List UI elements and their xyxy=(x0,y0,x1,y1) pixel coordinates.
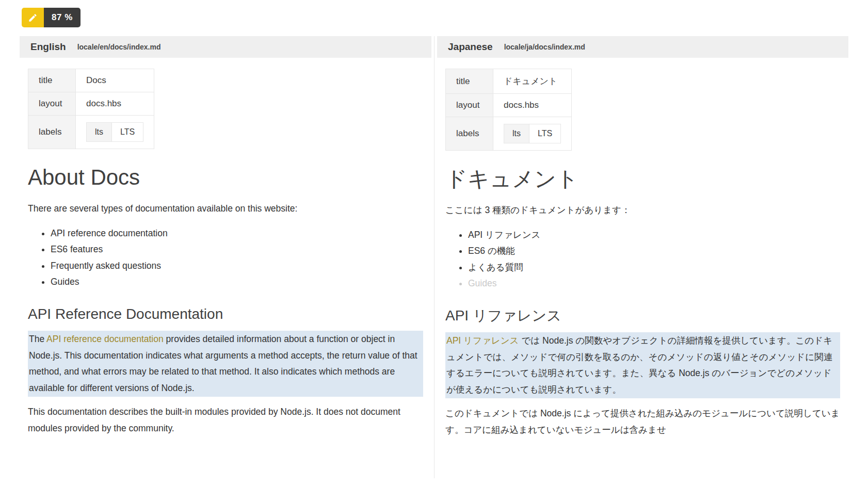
language-label: Japanese xyxy=(448,41,493,53)
labels-badge: lts LTS xyxy=(504,124,561,143)
labels-badge: lts LTS xyxy=(86,122,143,142)
page-title: ドキュメント xyxy=(445,166,840,192)
column-english: English locale/en/docs/index.md title Do… xyxy=(20,36,434,478)
comparison-columns: English locale/en/docs/index.md title Do… xyxy=(20,36,848,478)
list-item: ES6 の機能 xyxy=(468,243,840,260)
meta-key-layout: layout xyxy=(28,92,76,116)
list-item-untranslated: Guides xyxy=(468,276,840,292)
meta-value-layout: docs.hbs xyxy=(76,92,154,116)
table-row: title Docs xyxy=(28,69,154,92)
meta-key-labels: labels xyxy=(446,117,493,151)
table-row: layout docs.hbs xyxy=(28,92,154,116)
doc-type-list: API リファレンス ES6 の機能 よくある質問 Guides xyxy=(445,227,840,292)
label-key: lts xyxy=(87,123,112,142)
list-item: API リファレンス xyxy=(468,227,840,244)
highlighted-paragraph: API リファレンス では Node.js の関数やオブジェクトの詳細情報を提供… xyxy=(445,332,840,398)
section-heading: API リファレンス xyxy=(445,306,840,325)
label-value: LTS xyxy=(529,124,561,143)
meta-value-labels: lts LTS xyxy=(76,116,154,149)
meta-key-labels: labels xyxy=(28,116,76,149)
api-reference-link[interactable]: API reference documentation xyxy=(46,334,164,344)
meta-value-layout: docs.hbs xyxy=(493,94,572,117)
list-item: API reference documentation xyxy=(51,225,423,242)
file-path: locale/en/docs/index.md xyxy=(77,43,161,51)
frontmatter-table: title ドキュメント layout docs.hbs labels xyxy=(445,69,572,151)
label-value: LTS xyxy=(112,123,143,142)
closing-paragraph: This documentation describes the built-i… xyxy=(28,404,423,436)
table-row: title ドキュメント xyxy=(446,69,572,94)
pencil-icon xyxy=(22,8,44,27)
file-path: locale/ja/docs/index.md xyxy=(504,43,585,51)
table-row: labels lts LTS xyxy=(446,117,572,151)
meta-key-title: title xyxy=(446,69,493,94)
page-title: About Docs xyxy=(28,165,423,190)
intro-paragraph: There are several types of documentation… xyxy=(28,201,423,217)
language-label: English xyxy=(30,41,66,53)
column-header-english: English locale/en/docs/index.md xyxy=(20,36,431,58)
intro-paragraph: ここには 3 種類のドキュメントがあります： xyxy=(445,202,840,219)
column-header-japanese: Japanese locale/ja/docs/index.md xyxy=(437,36,848,58)
paragraph-text: The xyxy=(29,334,46,344)
label-key: lts xyxy=(504,124,529,143)
column-japanese: Japanese locale/ja/docs/index.md title ド… xyxy=(434,36,848,478)
meta-key-layout: layout xyxy=(446,94,493,117)
list-item: よくある質問 xyxy=(468,260,840,276)
column-body-english: title Docs layout docs.hbs labels xyxy=(20,58,431,436)
column-body-japanese: title ドキュメント layout docs.hbs labels xyxy=(437,58,848,438)
section-heading: API Reference Documentation xyxy=(28,305,423,323)
meta-value-title: ドキュメント xyxy=(493,69,572,94)
api-reference-link[interactable]: API リファレンス xyxy=(446,335,519,346)
meta-key-title: title xyxy=(28,69,76,92)
closing-paragraph: このドキュメントでは Node.js によって提供された組み込みのモジュールにつ… xyxy=(445,406,840,438)
table-row: layout docs.hbs xyxy=(446,94,572,117)
meta-value-title: Docs xyxy=(76,69,154,92)
list-item: Guides xyxy=(51,274,423,290)
meta-value-labels: lts LTS xyxy=(493,117,572,151)
topbar: 87 % xyxy=(0,0,868,36)
list-item: ES6 features xyxy=(51,241,423,258)
doc-type-list: API reference documentation ES6 features… xyxy=(28,225,423,290)
translation-progress-badge[interactable]: 87 % xyxy=(22,8,81,27)
list-item: Frequently asked questions xyxy=(51,258,423,274)
table-row: labels lts LTS xyxy=(28,116,154,149)
progress-percent: 87 % xyxy=(44,8,81,27)
frontmatter-table: title Docs layout docs.hbs labels xyxy=(28,69,154,149)
highlighted-paragraph: The API reference documentation provides… xyxy=(28,331,423,397)
